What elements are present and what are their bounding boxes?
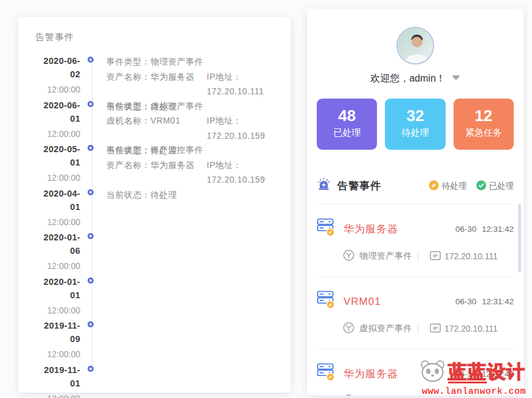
event-type-line: 事件类型：资产监控事件	[106, 142, 204, 158]
ip-icon: IP	[430, 396, 441, 396]
ip-line: IP地址：172.20.10.159	[207, 158, 275, 187]
panel-title: 告警事件	[35, 32, 275, 43]
stat-card-urgent[interactable]: 12 紧急任务	[454, 99, 514, 150]
entry-date: 2020-06-01	[34, 99, 80, 125]
entry-date: 2020-01-06	[34, 231, 80, 257]
divider	[418, 252, 418, 261]
chevron-down-icon[interactable]	[452, 75, 460, 80]
timeline-entry[interactable]: 2020-06-02 12:00:00 事件类型：物理资产事件 资产名称：华为服…	[34, 54, 275, 99]
event-type: 虚拟资产事件	[359, 323, 412, 334]
pending-pencil-icon	[429, 180, 439, 192]
dashboard: 告警事件 2020-06-02 12:00:00 事件类型：物理资产事件 资产名…	[0, 0, 532, 398]
alarm-list-item[interactable]: VRM01 06-30 12:31:42 虚拟资产事件	[307, 277, 523, 349]
event-asset-name: 华为服务器	[344, 222, 398, 236]
timeline-entry[interactable]: 2019-11-01 12:00:00	[34, 363, 275, 398]
user-summary-panel: 欢迎您，admin！ 48 已处理 32 待处理 12 紧急任务	[307, 9, 523, 396]
event-type-line: 事件类型：虚拟资产事件	[106, 99, 204, 114]
timeline-dot	[88, 145, 94, 151]
alarm-section-title: 告警事件	[337, 179, 381, 193]
timeline-entry[interactable]: 2020-06-01 12:00:00 事件类型：虚拟资产事件 虚机名称：VRM…	[34, 99, 275, 143]
alarm-list-item[interactable]: 华为服务器 06-30 12:31:42 资产监控事件	[307, 349, 523, 396]
event-time: 12:31:42	[482, 225, 514, 234]
stats-row: 48 已处理 32 待处理 12 紧急任务	[317, 99, 514, 150]
timeline-dot	[88, 366, 94, 372]
entry-time: 12:00:00	[34, 169, 80, 186]
alarm-list-item[interactable]: 华为服务器 06-30 12:31:42 物理资产事件	[307, 204, 523, 276]
timeline-entry[interactable]: 2020-01-06 12:00:00	[34, 231, 275, 275]
event-type-line: 事件类型：物理资产事件	[106, 54, 204, 69]
timeline-dot	[88, 278, 94, 284]
svg-text:IP: IP	[433, 326, 438, 331]
entry-time: 12:00:00	[34, 214, 80, 231]
event-type: 物理资产事件	[359, 251, 412, 262]
event-ip: 172.20.10.111	[444, 324, 497, 333]
event-time: 12:31:42	[482, 369, 514, 379]
avatar[interactable]	[396, 27, 434, 65]
event-asset-name: VRM01	[344, 296, 381, 308]
ip-icon: IP	[430, 323, 441, 335]
ip-icon: IP	[430, 251, 441, 262]
entry-time: 12:00:00	[34, 346, 80, 363]
server-icon	[317, 363, 336, 385]
timeline-entry[interactable]: 2020-05-01 12:00:00 事件类型：资产监控事件 资产名称：华为服…	[34, 142, 275, 187]
timeline-entry[interactable]: 2020-01-01 12:00:00	[34, 275, 275, 319]
avatar-photo	[398, 28, 433, 63]
stat-label: 紧急任务	[454, 125, 514, 141]
stat-value: 12	[454, 106, 514, 125]
alarm-timeline-panel: 告警事件 2020-06-02 12:00:00 事件类型：物理资产事件 资产名…	[18, 17, 291, 393]
entry-date: 2019-11-09	[34, 319, 80, 346]
event-date: 06-30	[455, 225, 477, 234]
timeline-dot	[88, 57, 94, 63]
legend-done: 已处理	[476, 180, 514, 192]
entry-time: 12:00:00	[34, 302, 80, 319]
scrollbar-thumb[interactable]	[518, 204, 521, 272]
entry-time: 12:00:00	[34, 125, 80, 142]
entry-date: 2020-04-01	[34, 187, 80, 214]
entry-date: 2020-01-01	[34, 275, 80, 302]
timeline-entry[interactable]: 2019-11-09 12:00:00	[34, 319, 275, 363]
stat-card-done[interactable]: 48 已处理	[317, 99, 377, 150]
divider	[418, 324, 418, 333]
timeline-dot	[88, 101, 94, 107]
status-line: 当前状态：待处理	[106, 187, 177, 203]
asset-name-line: 资产名称：华为服务器	[106, 69, 207, 99]
stat-label: 已处理	[317, 125, 377, 141]
legend-pending: 待处理	[429, 180, 467, 192]
stat-value: 32	[385, 106, 445, 125]
event-asset-name: 华为服务器	[344, 367, 398, 381]
asset-name-line: 虚机名称：VRM01	[106, 113, 207, 143]
asset-name-line: 资产名称：华为服务器	[106, 158, 207, 187]
ip-line: IP地址：172.20.10.159	[207, 113, 275, 143]
entry-time: 12:00:00	[34, 390, 80, 398]
alarm-section-header: 告警事件 待处理	[317, 178, 514, 194]
stat-label: 待处理	[385, 125, 445, 141]
stat-value: 48	[317, 106, 377, 125]
siren-icon	[317, 178, 331, 194]
entry-date: 2020-06-02	[34, 54, 80, 81]
timeline: 2020-06-02 12:00:00 事件类型：物理资产事件 资产名称：华为服…	[34, 49, 275, 398]
server-icon	[317, 218, 336, 240]
timeline-dot	[88, 321, 94, 327]
category-icon	[343, 394, 354, 396]
category-icon	[343, 250, 354, 263]
done-check-icon	[476, 180, 486, 192]
entry-date: 2019-11-01	[34, 363, 80, 390]
event-date: 06-30	[455, 369, 477, 379]
event-time: 12:31:42	[482, 297, 514, 306]
svg-text:IP: IP	[433, 253, 438, 259]
welcome-text: 欢迎您，admin！	[370, 73, 446, 83]
event-ip: 172.20.10.111	[444, 251, 497, 261]
entry-date: 2020-05-01	[34, 142, 80, 169]
entry-time: 12:00:00	[34, 257, 80, 274]
timeline-dot	[88, 233, 94, 239]
ip-line: IP地址：172.20.10.111	[207, 69, 275, 99]
category-icon	[343, 322, 354, 335]
server-icon	[317, 290, 336, 313]
welcome-row: 欢迎您，admin！	[307, 72, 523, 85]
entry-time: 12:00:00	[34, 81, 80, 98]
timeline-dot	[88, 189, 94, 195]
event-date: 06-30	[455, 297, 477, 306]
legend: 待处理 已处理	[429, 180, 514, 192]
stat-card-pending[interactable]: 32 待处理	[385, 99, 445, 150]
